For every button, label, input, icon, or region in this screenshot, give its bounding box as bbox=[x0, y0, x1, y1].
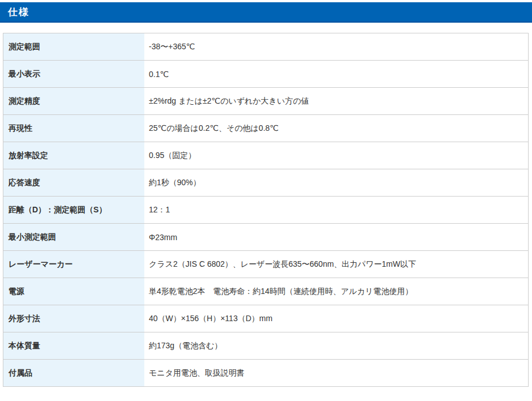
spec-label: 距離（D）：測定範囲（S） bbox=[3, 197, 145, 224]
spec-label: 最小表示 bbox=[3, 61, 145, 88]
spec-value: Φ23mm bbox=[144, 224, 529, 251]
table-row: 測定範囲 -38〜+365℃ bbox=[3, 33, 529, 61]
table-row: 放射率設定 0.95（固定） bbox=[3, 142, 529, 169]
spec-label: 応答速度 bbox=[3, 169, 145, 197]
spec-table: 測定範囲 -38〜+365℃ 最小表示 0.1℃ 測定精度 ±2%rdg または… bbox=[3, 33, 529, 387]
spec-value: 約1秒（90%） bbox=[144, 169, 529, 197]
spec-label: 電源 bbox=[3, 278, 145, 305]
spec-value: 40（W）×156（H）×113（D）mm bbox=[144, 305, 529, 332]
spec-value: クラス2（JIS C 6802）、レーザー波長635〜660nm、出力パワー1m… bbox=[144, 251, 529, 278]
spec-label: 外形寸法 bbox=[3, 305, 145, 332]
spec-label: 付属品 bbox=[3, 360, 145, 387]
table-row: 距離（D）：測定範囲（S） 12：1 bbox=[3, 197, 529, 224]
spec-value: 0.1℃ bbox=[144, 61, 529, 88]
spec-value: モニタ用電池、取扱説明書 bbox=[144, 360, 529, 387]
spec-label: 最小測定範囲 bbox=[3, 224, 145, 251]
spec-label: 測定範囲 bbox=[3, 33, 145, 61]
spec-label: 放射率設定 bbox=[3, 142, 145, 169]
table-row: 外形寸法 40（W）×156（H）×113（D）mm bbox=[3, 305, 529, 332]
spec-label: 本体質量 bbox=[3, 332, 145, 360]
table-row: 最小表示 0.1℃ bbox=[3, 61, 529, 88]
spec-value: 約173g（電池含む） bbox=[144, 332, 529, 360]
spec-value: 25℃の場合は0.2℃、その他は0.8℃ bbox=[144, 115, 529, 142]
spec-table-container: 測定範囲 -38〜+365℃ 最小表示 0.1℃ 測定精度 ±2%rdg または… bbox=[3, 33, 529, 387]
table-row: 測定精度 ±2%rdg または±2℃のいずれか大きい方の値 bbox=[3, 88, 529, 115]
spec-label: 再現性 bbox=[3, 115, 145, 142]
table-row: 本体質量 約173g（電池含む） bbox=[3, 332, 529, 360]
table-row: 付属品 モニタ用電池、取扱説明書 bbox=[3, 360, 529, 387]
spec-label: レーザーマーカー bbox=[3, 251, 145, 278]
spec-value: 0.95（固定） bbox=[144, 142, 529, 169]
spec-value: -38〜+365℃ bbox=[144, 33, 529, 61]
spec-section-header: 仕様 bbox=[0, 2, 532, 23]
spec-label: 測定精度 bbox=[3, 88, 145, 115]
spec-value: 12：1 bbox=[144, 197, 529, 224]
spec-value: ±2%rdg または±2℃のいずれか大きい方の値 bbox=[144, 88, 529, 115]
table-row: 電源 単4形乾電池2本 電池寿命：約14時間（連続使用時、アルカリ電池使用） bbox=[3, 278, 529, 305]
table-row: レーザーマーカー クラス2（JIS C 6802）、レーザー波長635〜660n… bbox=[3, 251, 529, 278]
table-row: 最小測定範囲 Φ23mm bbox=[3, 224, 529, 251]
page-title: 仕様 bbox=[8, 7, 29, 17]
table-row: 再現性 25℃の場合は0.2℃、その他は0.8℃ bbox=[3, 115, 529, 142]
table-row: 応答速度 約1秒（90%） bbox=[3, 169, 529, 197]
spec-value: 単4形乾電池2本 電池寿命：約14時間（連続使用時、アルカリ電池使用） bbox=[144, 278, 529, 305]
